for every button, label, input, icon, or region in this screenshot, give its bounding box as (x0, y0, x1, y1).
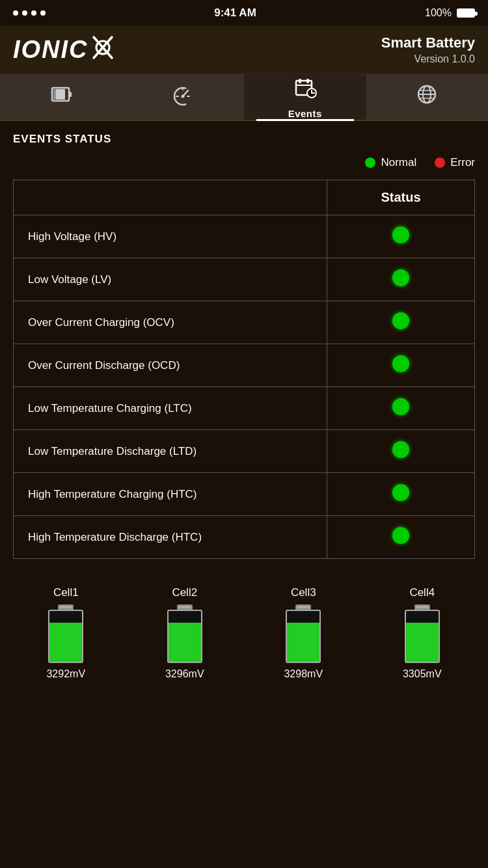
events-section-title: EVENTS STATUS (13, 133, 475, 146)
app-logo: IONIC (13, 34, 115, 66)
cell-voltages-section: Cell13292mVCell23296mVCell33298mVCell433… (0, 571, 488, 693)
logo-x-icon (91, 34, 115, 66)
battery-body-2 (167, 610, 202, 663)
cell-voltage-1: 3292mV (46, 668, 85, 680)
tab-globe[interactable] (366, 74, 489, 120)
event-status-cell (327, 516, 475, 559)
status-indicator-dot (392, 312, 409, 329)
battery-terminal-4 (414, 604, 430, 610)
table-row: Low Temperature Discharge (LTD) (14, 430, 475, 473)
svg-rect-4 (69, 92, 72, 97)
event-name-cell: Low Voltage (LV) (14, 258, 327, 301)
cell-voltage-4: 3305mV (403, 668, 442, 680)
events-tab-icon (293, 75, 318, 105)
event-status-cell (327, 473, 475, 516)
battery-tab-icon (49, 82, 74, 112)
table-header-event (14, 180, 327, 215)
tab-events[interactable]: Events (244, 74, 366, 120)
battery-level-1 (49, 623, 82, 662)
event-name-cell: Over Current Charging (OCV) (14, 301, 327, 344)
battery-terminal-1 (58, 604, 74, 610)
status-indicator-dot (392, 484, 409, 501)
tab-battery[interactable] (0, 74, 122, 120)
table-row: High Temperature Charging (HTC) (14, 473, 475, 516)
normal-dot (365, 157, 375, 168)
battery-level-2 (169, 623, 201, 662)
battery-graphic-4 (405, 604, 440, 663)
legend-normal: Normal (365, 156, 416, 169)
tab-events-label: Events (288, 108, 322, 119)
signal-dots (13, 10, 46, 16)
svg-rect-6 (53, 89, 56, 100)
cell-voltage-2: 3296mV (165, 668, 204, 680)
table-row: Low Voltage (LV) (14, 258, 475, 301)
event-status-cell (327, 301, 475, 344)
tab-bar: Events (0, 74, 488, 121)
event-status-cell (327, 344, 475, 387)
app-title-main: Smart Battery (381, 34, 475, 53)
battery-graphic-1 (48, 604, 83, 663)
app-header: IONIC Smart Battery Version 1.0.0 (0, 26, 488, 74)
cell-label-3: Cell3 (291, 586, 316, 599)
cell-label-1: Cell1 (53, 586, 79, 599)
events-table: Status High Voltage (HV)Low Voltage (LV)… (13, 180, 475, 559)
event-name-cell: High Temperature Charging (HTC) (14, 473, 327, 516)
battery-percent: 100% (425, 7, 452, 19)
battery-terminal-2 (177, 604, 193, 610)
gauge-tab-icon (170, 82, 195, 112)
legend-error-label: Error (450, 156, 475, 169)
battery-graphic-3 (286, 604, 321, 663)
svg-rect-15 (306, 79, 309, 83)
svg-point-9 (182, 95, 185, 98)
table-row: Over Current Charging (OCV) (14, 301, 475, 344)
event-status-cell (327, 258, 475, 301)
table-row: Over Current Discharge (OCD) (14, 344, 475, 387)
event-status-cell (327, 215, 475, 258)
table-row: Low Temperature Charging (LTC) (14, 387, 475, 430)
battery-body-4 (405, 610, 440, 663)
battery-graphic-2 (167, 604, 202, 663)
status-indicator-dot (392, 355, 409, 372)
globe-tab-icon (414, 82, 439, 112)
cell-label-4: Cell4 (409, 586, 435, 599)
event-status-cell (327, 430, 475, 473)
battery-level-4 (406, 623, 439, 662)
event-name-cell: Low Temperature Discharge (LTD) (14, 430, 327, 473)
table-row: High Temperature Discharge (HTC) (14, 516, 475, 559)
battery-level-3 (287, 623, 319, 662)
table-row: High Voltage (HV) (14, 215, 475, 258)
cell-item-2: Cell23296mV (165, 586, 204, 680)
cell-label-2: Cell2 (172, 586, 197, 599)
legend-normal-label: Normal (381, 156, 416, 169)
status-indicator-dot (392, 441, 409, 458)
tab-gauge[interactable] (122, 74, 245, 120)
app-title-version: Version 1.0.0 (381, 53, 475, 66)
legend-row: Normal Error (13, 156, 475, 169)
battery-status-icon (457, 8, 475, 18)
error-dot (435, 157, 445, 168)
status-right: 100% (425, 7, 475, 19)
status-indicator-dot (392, 269, 409, 286)
status-indicator-dot (392, 398, 409, 415)
event-name-cell: High Temperature Discharge (HTC) (14, 516, 327, 559)
cell-item-4: Cell43305mV (403, 586, 442, 680)
svg-rect-14 (299, 79, 301, 83)
legend-error: Error (435, 156, 475, 169)
event-status-cell (327, 387, 475, 430)
table-header-status: Status (327, 180, 475, 215)
cell-item-1: Cell13292mV (46, 586, 85, 680)
event-name-cell: Over Current Discharge (OCD) (14, 344, 327, 387)
cell-voltage-3: 3298mV (284, 668, 323, 680)
status-time: 9:41 AM (214, 7, 256, 20)
status-indicator-dot (392, 527, 409, 544)
status-bar: 9:41 AM 100% (0, 0, 488, 26)
event-name-cell: High Voltage (HV) (14, 215, 327, 258)
status-indicator-dot (392, 226, 409, 243)
event-name-cell: Low Temperature Charging (LTC) (14, 387, 327, 430)
battery-body-1 (48, 610, 83, 663)
battery-body-3 (286, 610, 321, 663)
cell-item-3: Cell33298mV (284, 586, 323, 680)
battery-terminal-3 (295, 604, 311, 610)
app-title-block: Smart Battery Version 1.0.0 (381, 34, 475, 66)
main-content: EVENTS STATUS Normal Error Status High V… (0, 121, 488, 571)
